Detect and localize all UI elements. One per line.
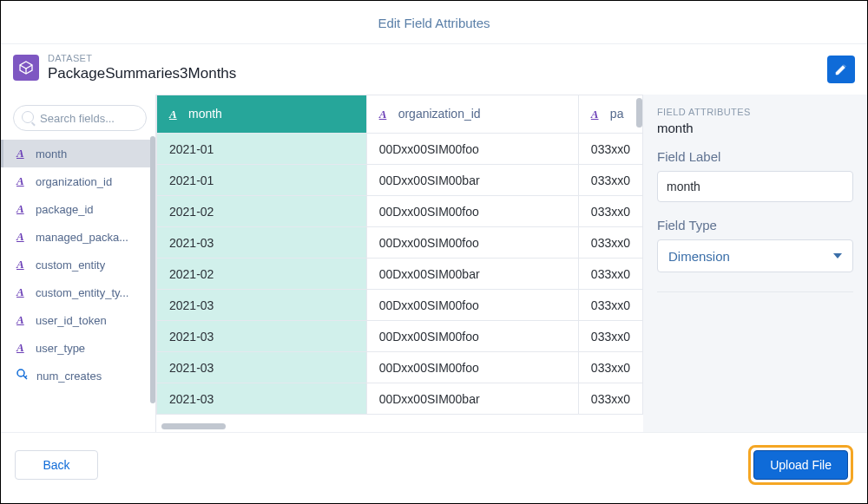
table-cell[interactable]: 00Dxx00SIM00foo (366, 227, 578, 259)
svg-point-2 (17, 370, 24, 376)
table-vertical-scrollbar[interactable] (636, 98, 642, 272)
field-type-select[interactable]: Dimension (657, 239, 853, 272)
dimension-icon: A (16, 341, 27, 355)
table-cell[interactable]: 2021-03 (157, 227, 367, 259)
panel-field-name: month (657, 121, 853, 135)
dimension-icon: A (16, 230, 27, 244)
table-row: 2021-0100Dxx00SIM00bar033xx0 (157, 165, 643, 196)
fields-sidebar: AmonthAorganization_idApackage_idAmanage… (1, 95, 155, 432)
column-header[interactable]: Apa (578, 95, 642, 134)
field-item-label: user_id_token (36, 314, 107, 327)
table-cell[interactable]: 2021-01 (157, 134, 367, 165)
field-list-item[interactable]: Acustom_entity_ty... (1, 278, 150, 306)
modal-title: Edit Field Attributes (1, 1, 867, 44)
table-cell[interactable]: 00Dxx00SIM00bar (366, 165, 578, 196)
dimension-icon: A (16, 147, 27, 160)
table-row: 2021-0300Dxx00SIM00foo033xx0 (157, 290, 643, 321)
field-item-label: managed_packa... (36, 231, 128, 244)
footer: Back Upload File (1, 432, 867, 497)
table-row: 2021-0300Dxx00SIM00foo033xx0 (157, 227, 643, 259)
field-item-label: package_id (36, 203, 94, 216)
field-list-item[interactable]: Acustom_entity (1, 251, 150, 278)
dimension-icon: A (16, 202, 27, 216)
field-item-label: num_creates (36, 370, 102, 383)
field-item-label: user_type (36, 342, 85, 355)
table-cell[interactable]: 033xx0 (578, 259, 642, 290)
dimension-icon: A (16, 258, 27, 272)
upload-file-button[interactable]: Upload File (753, 450, 848, 480)
column-header-label: organization_id (398, 107, 481, 121)
table-cell[interactable]: 2021-03 (157, 352, 367, 383)
field-list-item[interactable]: Amanaged_packa... (1, 223, 150, 251)
table-cell[interactable]: 033xx0 (578, 134, 642, 165)
table-cell[interactable]: 00Dxx00SIM00foo (366, 321, 578, 352)
edit-dataset-button[interactable] (827, 56, 855, 83)
table-cell[interactable]: 033xx0 (578, 383, 642, 415)
dimension-icon: A (16, 174, 27, 188)
table-row: 2021-0100Dxx00SIM00foo033xx0 (157, 134, 643, 165)
table-cell[interactable]: 00Dxx00SIM00foo (366, 196, 578, 227)
field-list-item[interactable]: Auser_id_token (1, 306, 150, 334)
table-cell[interactable]: 2021-03 (157, 383, 367, 415)
upload-highlight: Upload File (748, 445, 853, 485)
panel-section-label: FIELD ATTRIBUTES (657, 107, 853, 117)
table-cell[interactable]: 033xx0 (578, 352, 642, 383)
dimension-icon: A (16, 313, 27, 327)
table-row: 2021-0300Dxx00SIM00bar033xx0 (157, 383, 643, 415)
dataset-name: PackageSummaries3Months (48, 65, 236, 82)
dimension-icon: A (379, 108, 390, 121)
field-list-item[interactable]: Amonth (1, 140, 150, 167)
table-cell[interactable]: 033xx0 (578, 165, 642, 196)
field-type-label: Field Type (657, 218, 853, 232)
field-attributes-panel: FIELD ATTRIBUTES month Field Label Field… (643, 95, 867, 432)
table-horizontal-scrollbar[interactable] (161, 423, 561, 429)
table-cell[interactable]: 00Dxx00SIM00foo (366, 352, 578, 383)
table-row: 2021-0300Dxx00SIM00foo033xx0 (157, 321, 643, 352)
pencil-icon (834, 62, 848, 76)
panel-divider (657, 291, 853, 292)
measure-icon (16, 369, 28, 383)
table-cell[interactable]: 033xx0 (578, 196, 642, 227)
field-list-item[interactable]: num_creates (1, 362, 150, 389)
dimension-icon: A (169, 108, 180, 121)
field-list-item[interactable]: Auser_type (1, 334, 150, 362)
field-list-item[interactable]: Apackage_id (1, 195, 150, 223)
table-cell[interactable]: 033xx0 (578, 290, 642, 321)
table-row: 2021-0300Dxx00SIM00foo033xx0 (157, 352, 643, 383)
table-row: 2021-0200Dxx00SIM00foo033xx0 (157, 196, 643, 227)
table-cell[interactable]: 00Dxx00SIM00foo (366, 290, 578, 321)
column-header[interactable]: Aorganization_id (366, 95, 578, 134)
field-type-value: Dimension (668, 249, 730, 264)
field-item-label: month (36, 147, 67, 160)
field-item-label: custom_entity_ty... (36, 286, 128, 299)
data-table: AmonthAorganization_idApa 2021-0100Dxx00… (155, 95, 643, 432)
back-button[interactable]: Back (15, 450, 98, 480)
table-cell[interactable]: 00Dxx00SIM00foo (366, 134, 578, 165)
field-label-label: Field Label (657, 149, 853, 164)
table-cell[interactable]: 2021-02 (157, 196, 367, 227)
dataset-label: DATASET (48, 53, 236, 63)
search-icon (22, 111, 34, 123)
table-cell[interactable]: 2021-03 (157, 321, 367, 352)
table-row: 2021-0200Dxx00SIM00bar033xx0 (157, 259, 643, 290)
column-header-label: month (188, 107, 222, 121)
dimension-icon: A (16, 285, 27, 299)
dimension-icon: A (591, 108, 602, 121)
field-label-input[interactable] (657, 171, 853, 202)
column-header[interactable]: Amonth (157, 95, 367, 134)
table-cell[interactable]: 2021-01 (157, 165, 367, 196)
dataset-icon (13, 55, 39, 81)
table-cell[interactable]: 033xx0 (578, 227, 642, 259)
table-cell[interactable]: 2021-02 (157, 259, 367, 290)
table-cell[interactable]: 00Dxx00SIM00bar (366, 383, 578, 415)
svg-line-4 (25, 376, 27, 377)
dataset-header: DATASET PackageSummaries3Months (1, 44, 867, 95)
field-list-item[interactable]: Aorganization_id (1, 167, 150, 195)
column-header-label: pa (610, 107, 624, 121)
table-cell[interactable]: 033xx0 (578, 321, 642, 352)
table-cell[interactable]: 2021-03 (157, 290, 367, 321)
chevron-down-icon (833, 253, 842, 259)
table-cell[interactable]: 00Dxx00SIM00bar (366, 259, 578, 290)
field-item-label: custom_entity (36, 259, 105, 272)
field-item-label: organization_id (36, 175, 112, 188)
